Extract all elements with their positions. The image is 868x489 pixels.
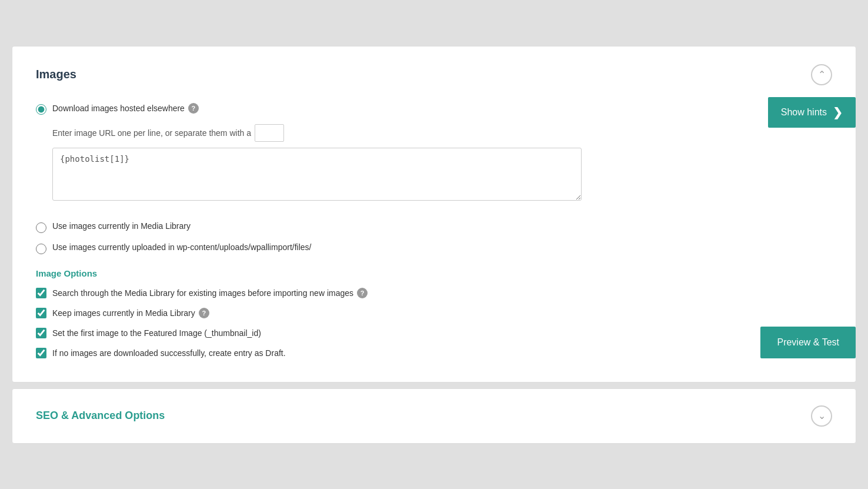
url-line: Enter image URL one per line, or separat…: [52, 124, 832, 142]
download-sub-section: Enter image URL one per line, or separat…: [52, 124, 832, 202]
featured-image-label: Set the first image to the Featured Imag…: [52, 328, 261, 338]
keep-images-row: Keep images currently in Media Library ?: [36, 308, 832, 318]
search-media-checkbox[interactable]: [36, 288, 46, 298]
media-library-radio[interactable]: [36, 222, 46, 233]
show-hints-button[interactable]: Show hints ❯: [768, 97, 856, 128]
keep-images-label: Keep images currently in Media Library ?: [52, 308, 209, 318]
draft-if-no-images-label: If no images are downloaded successfully…: [52, 348, 286, 358]
images-panel-title: Images: [36, 68, 76, 81]
featured-image-checkbox[interactable]: [36, 328, 46, 338]
search-media-label: Search through the Media Library for exi…: [52, 288, 368, 298]
draft-if-no-images-checkbox[interactable]: [36, 348, 46, 358]
uploads-radio[interactable]: [36, 244, 46, 254]
chevron-up-icon: ⌃: [818, 69, 826, 80]
search-media-row: Search through the Media Library for exi…: [36, 288, 832, 298]
expand-button[interactable]: ⌄: [811, 405, 832, 427]
uploads-radio-row: Use images currently uploaded in wp-cont…: [36, 242, 832, 254]
uploads-radio-label: Use images currently uploaded in wp-cont…: [52, 242, 311, 252]
images-panel: Images ⌃ Show hints ❯ Download images ho…: [12, 46, 856, 382]
featured-image-row: Set the first image to the Featured Imag…: [36, 328, 832, 338]
keep-images-help-icon[interactable]: ?: [199, 308, 209, 318]
show-hints-arrow-icon: ❯: [833, 105, 843, 119]
url-separator-input[interactable]: [255, 124, 284, 142]
download-radio-label: Download images hosted elsewhere ?: [52, 103, 199, 114]
download-radio-row: Download images hosted elsewhere ?: [36, 103, 832, 115]
download-radio[interactable]: [36, 104, 46, 115]
chevron-down-icon: ⌄: [818, 410, 826, 421]
images-panel-header: Images ⌃: [36, 64, 832, 85]
search-media-help-icon[interactable]: ?: [357, 288, 368, 298]
media-library-radio-row: Use images currently in Media Library: [36, 221, 832, 233]
preview-test-button[interactable]: Preview & Test: [760, 327, 856, 358]
panel-content: Show hints ❯ Download images hosted else…: [36, 103, 832, 358]
show-hints-label: Show hints: [781, 107, 827, 118]
media-library-radio-label: Use images currently in Media Library: [52, 221, 191, 231]
image-url-textarea[interactable]: {photolist[1]}: [52, 148, 582, 201]
download-help-icon[interactable]: ?: [188, 103, 199, 114]
seo-panel-title: SEO & Advanced Options: [36, 410, 165, 422]
image-source-radio-group: Download images hosted elsewhere ? Enter…: [36, 103, 832, 254]
image-options-title: Image Options: [36, 268, 832, 278]
draft-if-no-images-row: If no images are downloaded successfully…: [36, 348, 832, 358]
collapse-button[interactable]: ⌃: [811, 64, 832, 85]
seo-panel: SEO & Advanced Options ⌄: [12, 388, 856, 444]
image-options-checkbox-group: Search through the Media Library for exi…: [36, 288, 832, 358]
url-line-prefix: Enter image URL one per line, or separat…: [52, 128, 251, 138]
keep-images-checkbox[interactable]: [36, 308, 46, 318]
